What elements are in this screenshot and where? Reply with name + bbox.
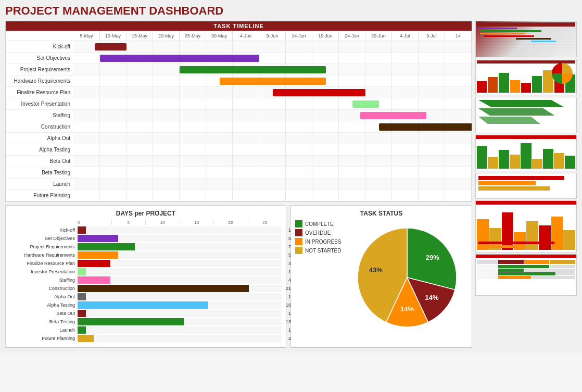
bar-track: 5	[78, 235, 282, 242]
bar-fill	[78, 226, 86, 234]
bar-track: 1	[78, 310, 282, 317]
bar-fill	[78, 326, 86, 334]
bar-row: Set Objectives5	[10, 235, 282, 242]
bar-label: Alpha Out	[10, 294, 78, 299]
gantt-row	[73, 156, 472, 167]
legend-color	[295, 247, 302, 254]
legend-color	[295, 220, 302, 227]
right-thumbnails	[475, 21, 577, 348]
bar-fill	[78, 293, 86, 300]
bar-row: Finalize Resource Plan4	[10, 260, 282, 267]
bar-label: Set Objectives	[10, 236, 78, 241]
bar-fill	[78, 318, 184, 325]
dashboard-row: TASK TIMELINE Kick-offSet ObjectivesProj…	[5, 21, 577, 348]
gantt-bar	[220, 78, 326, 85]
legend-item: NOT STARTED	[295, 247, 341, 254]
bar-track: 4	[78, 260, 282, 267]
bar-value: 1	[288, 310, 291, 317]
bar-row: Staffing4	[10, 276, 282, 284]
pie-legend: COMPLETEOVERDUEIN PROGRESSNOT STARTED	[295, 220, 341, 256]
task-status: TASK STATUS COMPLETEOVERDUEIN PROGRESSNO…	[290, 205, 472, 348]
gantt-row	[73, 144, 472, 156]
gantt-row	[73, 190, 472, 201]
thumb-7	[475, 254, 577, 296]
legend-item: OVERDUE	[295, 229, 341, 236]
bar-track: 13	[78, 318, 282, 325]
bar-label: Beta Testing	[10, 319, 78, 324]
bar-track: 21	[78, 285, 282, 292]
bar-label: Kick-off	[10, 227, 78, 233]
bar-value: 5	[288, 235, 291, 242]
bar-track: 1	[78, 226, 282, 234]
bar-row: Investor Presentation1	[10, 268, 282, 275]
bar-track: 1	[78, 326, 282, 334]
gantt-labels: Kick-offSet ObjectivesProject Requiremen…	[6, 31, 73, 201]
gantt-row	[73, 64, 472, 75]
pie-chart: 29%14%14%43%	[350, 220, 464, 335]
bar-row: Project Requirements7	[10, 243, 282, 250]
bar-track: 16	[78, 301, 282, 309]
gantt-bar	[352, 100, 379, 108]
gantt-bar	[180, 66, 326, 73]
bar-track: 4	[78, 276, 282, 284]
bar-row: Beta Out1	[10, 310, 282, 317]
page-wrapper: PROJECT MANAGEMENT DASHBOARD TASK TIMELI…	[0, 0, 582, 353]
legend-color	[295, 238, 302, 245]
bar-fill	[78, 260, 110, 267]
gantt-bar	[273, 89, 366, 96]
bar-label: Future Planning	[10, 336, 78, 341]
pie-label: 29%	[426, 254, 439, 261]
bar-row: Future Planning2	[10, 335, 282, 342]
pie-label: 14%	[400, 305, 414, 313]
bar-fill	[78, 285, 249, 292]
gantt-row	[73, 41, 472, 53]
bar-value: 13	[286, 318, 291, 325]
bar-value: 1	[288, 326, 291, 334]
bottom-row: DAYS per PROJECT 0510152025Kick-off1Set …	[5, 205, 472, 348]
gantt-row	[73, 167, 472, 179]
bar-track: 1	[78, 268, 282, 275]
left-panel: TASK TIMELINE Kick-offSet ObjectivesProj…	[5, 21, 472, 348]
bar-track: 7	[78, 243, 282, 250]
bar-label: Construction	[10, 286, 78, 291]
bar-row: Alpha Out1	[10, 293, 282, 300]
legend-color	[295, 229, 302, 236]
bar-label: Alpha Testing	[10, 302, 78, 308]
bar-fill	[78, 243, 135, 250]
gantt-row	[73, 121, 472, 133]
bar-row: Construction21	[10, 285, 282, 292]
legend-item: COMPLETE	[295, 220, 341, 227]
bar-value: 16	[286, 301, 291, 309]
gantt-row	[73, 75, 472, 87]
main-title: PROJECT MANAGEMENT DASHBOARD	[5, 4, 577, 18]
bar-label: Project Requirements	[10, 244, 78, 249]
gantt-bar	[379, 123, 472, 131]
gantt-bar	[100, 55, 259, 62]
legend-label: OVERDUE	[305, 230, 331, 236]
gantt-header: TASK TIMELINE	[6, 21, 472, 31]
bar-value: 1	[288, 226, 291, 234]
bar-fill	[78, 251, 118, 259]
legend-label: IN PROGRESS	[305, 239, 341, 245]
bar-fill	[78, 268, 86, 275]
thumb-6	[475, 200, 577, 252]
gantt-bar	[95, 43, 126, 50]
bar-track: 1	[78, 293, 282, 300]
bar-track: 5	[78, 251, 282, 259]
pie-label: 43%	[369, 266, 382, 274]
gantt-row	[73, 98, 472, 110]
bar-track: 2	[78, 335, 282, 342]
bar-row: Hardware Requirements5	[10, 251, 282, 259]
gantt-chart: TASK TIMELINE Kick-offSet ObjectivesProj…	[5, 21, 472, 202]
thumb-5	[475, 173, 577, 199]
gantt-row	[73, 110, 472, 121]
bar-chart: DAYS per PROJECT 0510152025Kick-off1Set …	[5, 205, 286, 348]
thumb-3	[475, 97, 577, 133]
task-status-title: TASK STATUS	[360, 210, 402, 217]
gantt-chart-area: 5-May10-May15-May20-May25-May30-May4-Jun…	[73, 31, 472, 201]
bar-value: 2	[288, 335, 291, 342]
bar-fill	[78, 301, 208, 309]
bar-fill	[78, 335, 94, 342]
gantt-row	[73, 87, 472, 98]
pie-label: 14%	[425, 294, 438, 301]
